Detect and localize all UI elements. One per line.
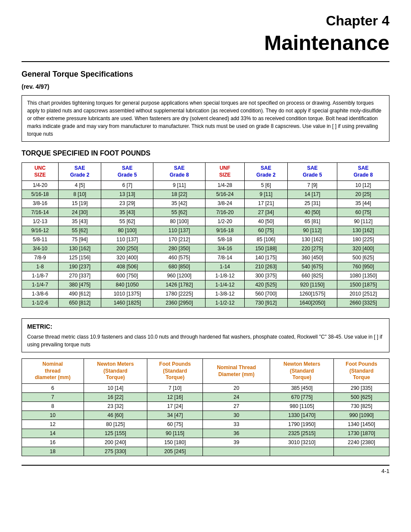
table-row: 1-1/2-6650 [812]1460 [1825]2360 [2950]1-… <box>22 299 389 308</box>
table-cell: 1-1/4-7 <box>22 280 59 289</box>
table-cell: 460 [575] <box>153 253 206 262</box>
table-cell: 920 [1150] <box>287 280 337 289</box>
notice-box: This chart provides tightening torques f… <box>22 95 389 142</box>
table-cell: 110 [137] <box>101 235 153 244</box>
table-cell: 300 [375] <box>245 271 288 280</box>
table-cell: 1/4-20 <box>22 181 59 190</box>
table-cell: 220 [275] <box>287 244 337 253</box>
table-cell: 1-1/4-12 <box>205 280 244 289</box>
table-cell: 210 [263] <box>245 262 288 271</box>
metric-cell: 10 <box>22 411 84 420</box>
metric-cell: 90 [115] <box>147 429 203 438</box>
metric-row: 1046 [60]34 [47]301330 [1470]990 [1090] <box>22 411 389 420</box>
rev-text: (rev. 4/97) <box>22 83 389 90</box>
table-cell: 1-1/8-12 <box>205 271 244 280</box>
table-cell: 35 [42] <box>153 199 206 208</box>
th-unf-sae-grade8: SAEGrade 8 <box>337 163 389 181</box>
table-cell: 25 [31] <box>287 199 337 208</box>
table-cell: 170 [212] <box>153 235 206 244</box>
table-cell: 23 [29] <box>101 199 153 208</box>
metric-cell: 290 [335] <box>334 383 389 392</box>
table-cell: 1500 [1875] <box>337 280 389 289</box>
th-unf-sae-grade5: SAEGrade 5 <box>287 163 337 181</box>
table-cell: 2660 [3325] <box>337 299 389 308</box>
table-row: 1/2-1335 [43]55 [62]80 [100]1/2-2040 [50… <box>22 217 389 226</box>
table-cell: 15 [19] <box>58 199 101 208</box>
metric-cell: 3010 [3210] <box>270 438 334 447</box>
table-cell: 4 [5] <box>58 181 101 190</box>
metric-cell: 20 <box>203 383 270 392</box>
metric-cell: 1730 [1870] <box>334 429 389 438</box>
table-cell: 13 [13] <box>101 190 153 199</box>
table-cell: 960 [1200] <box>153 271 206 280</box>
table-cell: 540 [675] <box>287 262 337 271</box>
table-row: 9/16-1255 [62]80 [100]110 [137]9/16-1860… <box>22 226 389 235</box>
table-cell: 9/16-18 <box>205 226 244 235</box>
table-cell: 3/4-10 <box>22 244 59 253</box>
metric-cell: 39 <box>203 438 270 447</box>
metric-cell: 2240 [2380] <box>334 438 389 447</box>
metric-cell: 60 [75] <box>147 420 203 429</box>
metric-row: 610 [14]7 [10]20385 [450]290 [335] <box>22 383 389 392</box>
table-cell: 65 [81] <box>287 217 337 226</box>
metric-cell: 18 <box>22 447 84 456</box>
table-cell: 18 [22] <box>153 190 206 199</box>
metric-row: 716 [22]12 [16]24670 [775]500 [625] <box>22 392 389 401</box>
th-unc-size: UNCSIZE <box>22 163 59 181</box>
table-cell: 7/8-9 <box>22 253 59 262</box>
table-row: 1-1/4-7380 [475]840 [10501426 [1782]1-1/… <box>22 280 389 289</box>
metric-cell: 80 [125] <box>84 420 147 429</box>
metric-cell: 34 [47] <box>147 411 203 420</box>
table-row: 5/8-1175 [94]110 [137]170 [212]5/8-1885 … <box>22 235 389 244</box>
table-cell: 130 [162] <box>337 226 389 235</box>
metric-cell: 1790 [1950] <box>270 420 334 429</box>
table-cell: 35 [43] <box>101 208 153 217</box>
table-cell: 360 [450] <box>287 253 337 262</box>
table-cell: 1-3/8-12 <box>205 289 244 299</box>
table-cell: 380 [475] <box>58 280 101 289</box>
table-cell: 1-3/8-6 <box>22 289 59 299</box>
table-cell: 5 [6] <box>245 181 288 190</box>
table-cell: 280 [350] <box>153 244 206 253</box>
table-cell: 200 [250] <box>101 244 153 253</box>
th-nominal-thread-dia-2: Nominal ThreadDiameter (mm) <box>203 359 270 384</box>
table-cell: 2360 [2950] <box>153 299 206 308</box>
table-cell: 7 [9] <box>287 181 337 190</box>
table-cell: 1080 [1350] <box>337 271 389 280</box>
table-cell: 7/8-14 <box>205 253 244 262</box>
metric-cell: 500 [625] <box>334 392 389 401</box>
table-cell: 1-1/2-12 <box>205 299 244 308</box>
metric-cell: 12 <box>22 420 84 429</box>
main-title: Maintenance <box>22 31 389 55</box>
metric-cell: 46 [60] <box>84 411 147 420</box>
metric-cell: 23 [32] <box>84 401 147 411</box>
metric-row: 14125 [155]90 [115]362325 [2515]1730 [18… <box>22 429 389 438</box>
table-cell: 90 [112] <box>287 226 337 235</box>
table-cell: 35 [44] <box>337 199 389 208</box>
table-cell: 7/16-20 <box>205 208 244 217</box>
th-sae-grade2: SAEGrade 2 <box>58 163 101 181</box>
metric-cell: 10 [14] <box>84 383 147 392</box>
table-cell: 5/8-18 <box>205 235 244 244</box>
table-cell: 125 [156] <box>58 253 101 262</box>
metric-cell <box>270 447 334 456</box>
table-cell: 1/4-28 <box>205 181 244 190</box>
table-cell: 140 [175] <box>245 253 288 262</box>
table-cell: 650 [812] <box>58 299 101 308</box>
table-cell: 1426 [1782] <box>153 280 206 289</box>
page: Chapter 4 Maintenance General Torque Spe… <box>0 0 411 532</box>
table-row: 1-1/8-7270 [337]600 [750]960 [1200]1-1/8… <box>22 271 389 280</box>
table-cell: 660 [825] <box>287 271 337 280</box>
table-cell: 110 [137] <box>153 226 206 235</box>
metric-cell: 7 [10] <box>147 383 203 392</box>
table-cell: 55 [62] <box>153 208 206 217</box>
metric-cell: 33 <box>203 420 270 429</box>
metric-notice: Coarse thread metric class 10.9 fastener… <box>27 334 382 348</box>
table-cell: 5/16-24 <box>205 190 244 199</box>
bottom-divider <box>22 465 389 466</box>
th-foot-pounds-2: Foot Pounds(StandardTorque <box>334 359 389 384</box>
table-cell: 1010 [1375] <box>101 289 153 299</box>
table-cell: 60 [75] <box>337 208 389 217</box>
table-cell: 9 [11] <box>245 190 288 199</box>
th-foot-pounds-1: Foot Pounds(StandardTorque) <box>147 359 203 384</box>
